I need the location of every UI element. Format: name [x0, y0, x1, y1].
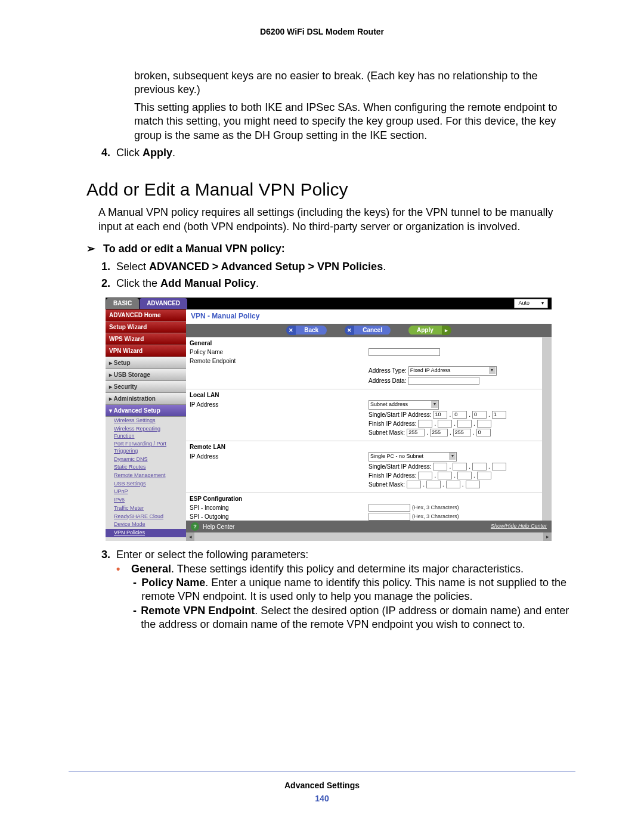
tab-advanced[interactable]: ADVANCED	[140, 298, 187, 309]
dash-icon: -	[133, 576, 141, 604]
spi-in-input[interactable]	[369, 504, 410, 512]
sidebar-item-security[interactable]: ▸ Security	[106, 381, 186, 393]
address-data-input[interactable]	[408, 377, 479, 385]
label-subnet-mask: Subnet Mask:	[369, 481, 405, 488]
sidebar-item-advanced-setup[interactable]: ▾ Advanced Setup	[106, 405, 186, 417]
section-heading: Add or Edit a Manual VPN Policy	[86, 178, 575, 201]
sidebar: ADVANCED Home Setup Wizard WPS Wizard VP…	[106, 309, 186, 541]
label-remote-endpoint: Remote Endpoint	[190, 357, 369, 365]
step-text: Select ADVANCED > Advanced Setup > VPN P…	[116, 260, 386, 274]
toggle-help-link[interactable]: Show/Hide Help Center	[491, 523, 547, 530]
bullet-icon: •	[116, 562, 131, 576]
remote-mask-4[interactable]	[466, 481, 480, 488]
remote-mask-2[interactable]	[426, 481, 441, 488]
sidebar-item-wps-wizard[interactable]: WPS Wizard	[106, 333, 186, 345]
section-remote-lan: Remote LAN	[186, 441, 542, 451]
dash-text: Remote VPN Endpoint. Select the desired …	[141, 604, 575, 632]
label-spi-outgoing: SPI - Outgoing	[190, 513, 369, 521]
paragraph: A Manual VPN policy requires all setting…	[98, 206, 575, 234]
sidebar-sub-wireless-settings[interactable]: Wireless Settings	[106, 417, 186, 425]
bullet-text: General. These settings identify this po…	[131, 562, 524, 576]
policy-name-input[interactable]	[369, 348, 440, 356]
step-number: 4.	[101, 146, 116, 160]
label-policy-name: Policy Name	[190, 348, 369, 356]
local-start-ip-3[interactable]: 0	[472, 411, 487, 419]
label-address-type: Address Type:	[369, 367, 407, 374]
section-local-lan: Local LAN	[186, 389, 542, 400]
label-address-data: Address Data:	[369, 377, 406, 385]
remote-ip-type-select[interactable]: Single PC - no Subnet	[369, 452, 457, 462]
local-finish-ip-3[interactable]	[457, 420, 472, 428]
dash-icon: -	[133, 604, 141, 632]
cancel-button[interactable]: ✕Cancel	[345, 326, 391, 335]
address-type-select[interactable]: Fixed IP Address	[408, 366, 497, 376]
local-start-ip-2[interactable]: 0	[453, 411, 467, 419]
sidebar-item-setup-wizard[interactable]: Setup Wizard	[106, 321, 186, 333]
sidebar-item-vpn-wizard[interactable]: VPN Wizard	[106, 345, 186, 357]
sidebar-item-setup[interactable]: ▸ Setup	[106, 357, 186, 369]
local-mask-2[interactable]: 255	[430, 429, 448, 436]
help-icon[interactable]: ?	[191, 522, 199, 531]
remote-finish-ip-1[interactable]	[418, 472, 432, 479]
section-general: General	[186, 337, 542, 348]
local-mask-1[interactable]: 255	[407, 429, 425, 436]
remote-finish-ip-4[interactable]	[477, 472, 491, 479]
sidebar-sub-remote-management[interactable]: Remote Management	[106, 472, 186, 480]
page-number: 140	[0, 794, 644, 803]
remote-mask-3[interactable]	[446, 481, 460, 488]
horizontal-scrollbar[interactable]: ◂ ▸	[186, 532, 552, 541]
step-number: 2.	[101, 277, 116, 290]
back-button[interactable]: ✕Back	[286, 326, 327, 335]
local-start-ip-1[interactable]: 10	[433, 411, 447, 419]
local-mask-3[interactable]: 255	[453, 429, 471, 436]
scroll-right-icon[interactable]: ▸	[543, 532, 552, 541]
local-finish-ip-1[interactable]	[418, 420, 432, 428]
local-finish-ip-4[interactable]	[477, 420, 491, 428]
sidebar-item-administration[interactable]: ▸ Administration	[106, 393, 186, 405]
auto-refresh-select[interactable]: Auto▾	[514, 299, 548, 308]
section-esp: ESP Configuration	[186, 493, 542, 503]
sidebar-sub-wireless-repeating[interactable]: Wireless Repeating Function	[106, 425, 186, 440]
footer-section-label: Advanced Settings	[0, 781, 644, 790]
label-subnet-mask: Subnet Mask:	[369, 429, 405, 436]
spi-out-input[interactable]	[369, 513, 410, 521]
footer-divider	[69, 772, 575, 772]
sidebar-sub-vpn-policies[interactable]: VPN Policies	[106, 529, 186, 537]
step-text: Enter or select the following parameters…	[116, 548, 308, 562]
task-title: To add or edit a Manual VPN policy:	[103, 242, 285, 256]
label-ip-address: IP Address	[190, 453, 369, 460]
remote-start-ip-3[interactable]	[472, 463, 487, 470]
sidebar-sub-dynamic-dns[interactable]: Dynamic DNS	[106, 456, 186, 464]
dash-text: Policy Name. Enter a unique name to iden…	[141, 576, 575, 604]
remote-mask-1[interactable]	[407, 481, 421, 488]
sidebar-item-home[interactable]: ADVANCED Home	[106, 309, 186, 321]
remote-finish-ip-2[interactable]	[438, 472, 452, 479]
step-number: 3.	[101, 548, 116, 562]
remote-start-ip-4[interactable]	[492, 463, 506, 470]
apply-button[interactable]: Apply▸	[408, 326, 451, 335]
remote-finish-ip-3[interactable]	[457, 472, 472, 479]
sidebar-sub-static-routes[interactable]: Static Routes	[106, 463, 186, 472]
paragraph: This setting applies to both IKE and IPS…	[134, 101, 575, 143]
router-ui-screenshot: BASIC ADVANCED Auto▾ ADVANCED Home Setup…	[106, 298, 552, 541]
tab-basic[interactable]: BASIC	[106, 298, 139, 309]
page-title: VPN - Manual Policy	[186, 309, 552, 324]
local-ip-type-select[interactable]: Subnet address	[369, 400, 439, 410]
step-number: 1.	[101, 260, 116, 274]
sidebar-sub-device-mode[interactable]: Device Mode	[106, 521, 186, 529]
step-text: Click the Add Manual Policy.	[116, 277, 259, 290]
local-mask-4[interactable]: 0	[476, 429, 491, 436]
local-finish-ip-2[interactable]	[438, 420, 452, 428]
remote-start-ip-1[interactable]	[433, 463, 447, 470]
help-center-label: Help Center	[203, 523, 234, 531]
sidebar-sub-usb-settings[interactable]: USB Settings	[106, 480, 186, 488]
sidebar-sub-port-forwarding[interactable]: Port Forwarding / Port Triggering	[106, 440, 186, 455]
remote-start-ip-2[interactable]	[453, 463, 467, 470]
local-start-ip-4[interactable]: 1	[492, 411, 506, 419]
sidebar-sub-traffic-meter[interactable]: Traffic Meter	[106, 504, 186, 513]
scroll-left-icon[interactable]: ◂	[186, 532, 194, 541]
sidebar-sub-ipv6[interactable]: IPv6	[106, 496, 186, 504]
sidebar-sub-upnp[interactable]: UPnP	[106, 488, 186, 496]
sidebar-sub-readyshare-cloud[interactable]: ReadySHARE Cloud	[106, 513, 186, 521]
sidebar-item-usb-storage[interactable]: ▸ USB Storage	[106, 369, 186, 381]
